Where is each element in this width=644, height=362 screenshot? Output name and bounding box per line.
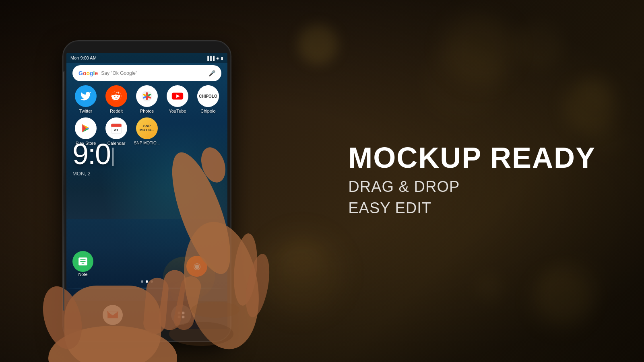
reddit-label: Reddit [110,109,123,113]
twitter-icon [75,85,97,107]
evernote-shortcut[interactable]: Note [72,251,93,277]
app-reddit[interactable]: Reddit [102,85,130,113]
app-twitter[interactable]: Twitter [72,85,100,113]
evernote-label: Note [78,272,87,277]
playstore-icon [75,117,97,139]
reddit-icon [105,85,127,107]
signal-icon: ▐▐▐ [206,56,215,60]
dot-2 [146,280,148,283]
drag-drop-text: DRAG & DROP [348,176,596,197]
phone-frame: Mon 9:00 AM ▐▐▐ ◈ ▮ Google Say "Ok Googl… [62,40,231,342]
battery-icon: ▮ [221,56,223,60]
svg-text:31: 31 [114,128,119,132]
status-bar: Mon 9:00 AM ▐▐▐ ◈ ▮ [66,53,227,63]
svg-rect-15 [182,312,184,314]
clock-date: MON, 2 [72,171,115,177]
headline-text: MOCKUP READY [348,143,596,172]
search-placeholder: Say "Ok Google" [101,70,208,76]
text-overlay: MOCKUP READY DRAG & DROP EASY EDIT [348,143,596,219]
dot-3 [151,280,153,283]
dock [66,301,227,329]
svg-point-3 [118,96,119,97]
water-shimmer [66,288,227,289]
subtext-line1: DRAG & DROP EASY EDIT [348,176,596,219]
dock-menu[interactable] [171,305,191,325]
dock-gmail[interactable] [103,305,123,325]
phone-mockup: Mon 9:00 AM ▐▐▐ ◈ ▮ Google Say "Ok Googl… [62,40,231,342]
wifi-icon: ◈ [216,56,219,60]
status-icons: ▐▐▐ ◈ ▮ [206,56,223,60]
phone-left-edge [63,71,64,311]
calendar-icon: 31 [105,117,127,139]
clock-time: 9:0| [72,138,115,171]
app-photos[interactable]: Photos [133,85,161,113]
google-logo: Google [78,70,98,76]
photos-icon [136,85,158,107]
phone-screen: Mon 9:00 AM ▐▐▐ ◈ ▮ Google Say "Ok Googl… [66,53,227,329]
svg-point-2 [114,96,116,97]
svg-rect-16 [178,316,180,318]
mic-icon: 🎤 [208,70,215,76]
youtube-label: YouTube [169,109,186,113]
chipolo-label: Chipolo [200,109,215,113]
page-indicators [141,280,153,283]
status-time: Mon 9:00 AM [70,56,97,60]
app-youtube[interactable]: YouTube [163,85,192,113]
easy-edit-text: EASY EDIT [348,197,596,219]
svg-rect-17 [182,316,184,318]
snap-icon: SNPMOTIO... [136,117,158,139]
photos-label: Photos [140,109,154,113]
svg-rect-14 [178,312,180,314]
twitter-label: Twitter [79,109,92,113]
search-bar[interactable]: Google Say "Ok Google" 🎤 [72,65,221,81]
snap-label: SNP MOTIO... [134,141,160,145]
app-chipolo[interactable]: CHIPOLO Chipolo [194,85,222,113]
youtube-icon [167,85,188,107]
chipolo-icon: CHIPOLO [197,85,219,107]
app-snap[interactable]: SNPMOTIO... SNP MOTIO... [133,117,161,146]
clock-display: 9:0| MON, 2 [72,138,115,177]
dot-1 [141,280,143,283]
chrome-shortcut[interactable]: ◉ [186,256,207,277]
svg-rect-11 [111,125,122,127]
app-row-1: Twitter Reddit [70,85,223,113]
